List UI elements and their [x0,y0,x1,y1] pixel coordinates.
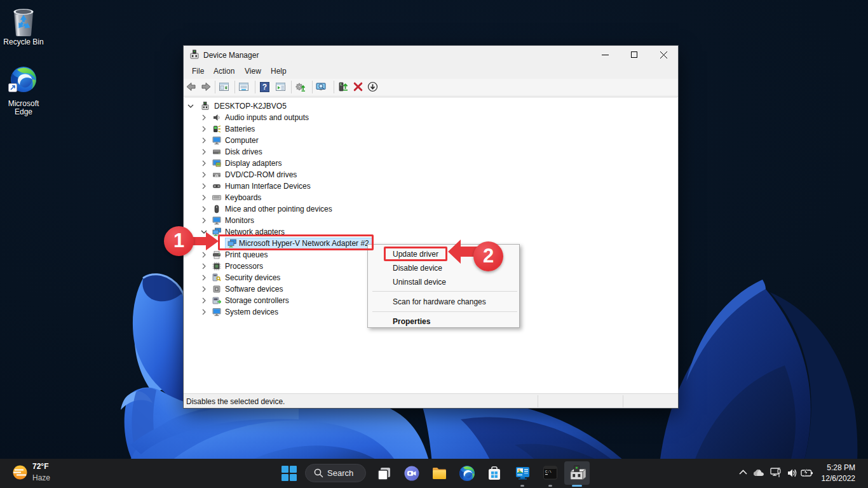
svg-text:?: ? [262,83,267,92]
svg-text:C:\: C:\ [545,470,552,474]
